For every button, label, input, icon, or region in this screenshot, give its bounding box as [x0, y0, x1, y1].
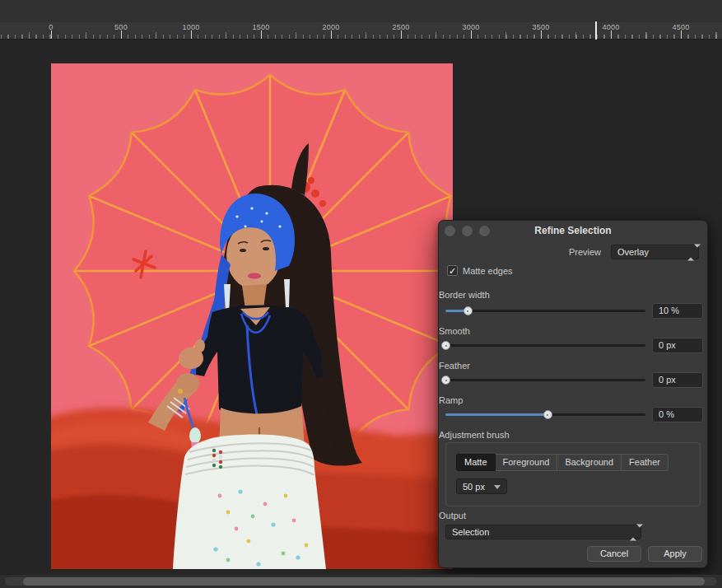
- ruler-cursor-indicator: [595, 21, 597, 40]
- apply-button[interactable]: Apply: [648, 546, 702, 562]
- stepper-icon: [630, 528, 636, 537]
- output-label: Output: [439, 511, 466, 520]
- matte-edges-label: Matte edges: [463, 266, 513, 276]
- feather-slider[interactable]: [445, 376, 645, 385]
- horizontal-ruler: 050010001500200025003000350040004500: [0, 22, 722, 40]
- ruler-major-tick: [471, 30, 472, 39]
- ruler-major-tick: [51, 30, 52, 39]
- border-width-slider[interactable]: [445, 306, 645, 315]
- ruler-mid-ticks: [0, 32, 722, 39]
- slider-thumb[interactable]: [441, 341, 450, 350]
- ramp-value[interactable]: 0 %: [652, 407, 703, 422]
- ruler-major-tick: [681, 30, 682, 39]
- slider-track[interactable]: [445, 344, 645, 347]
- slider-track[interactable]: [445, 310, 645, 312]
- brush-mode-background[interactable]: Background: [557, 454, 622, 471]
- ruler-tick-label: 1500: [252, 23, 269, 31]
- app-window: 050010001500200025003000350040004500: [0, 0, 722, 588]
- feather-value[interactable]: 0 px: [652, 372, 703, 388]
- adjustment-brush-group: Matte Foreground Background Feather 50 p…: [445, 442, 701, 506]
- matte-edges-checkbox[interactable]: ✓: [447, 265, 458, 276]
- ruler-major-tick: [261, 30, 262, 39]
- brush-mode-feather[interactable]: Feather: [621, 454, 668, 471]
- output-dropdown-value: Selection: [452, 525, 489, 539]
- slider-track[interactable]: [445, 379, 645, 381]
- output-dropdown[interactable]: Selection: [445, 525, 641, 539]
- preview-dropdown[interactable]: Overlay: [611, 245, 699, 259]
- stepper-icon: [687, 248, 694, 257]
- ramp-label: Ramp: [439, 395, 463, 405]
- feather-label: Feather: [439, 361, 470, 371]
- ruler-major-tick: [121, 30, 122, 39]
- horizontal-scrollbar-thumb[interactable]: [23, 577, 705, 586]
- ruler-tick-label: 4500: [672, 23, 689, 31]
- ruler-tick-label: 500: [114, 23, 128, 31]
- ruler-major-tick: [401, 30, 402, 39]
- horizontal-scrollbar-area: [0, 574, 722, 588]
- ruler-tick-label: 0: [49, 23, 53, 31]
- horizontal-scrollbar-track[interactable]: [5, 577, 717, 586]
- slider-thumb[interactable]: [463, 306, 473, 315]
- ruler-tick-label: 3500: [532, 23, 549, 31]
- ruler-major-tick: [541, 30, 542, 39]
- border-width-label: Border width: [439, 290, 490, 300]
- cancel-button[interactable]: Cancel: [587, 546, 641, 562]
- smooth-value[interactable]: 0 px: [652, 338, 703, 353]
- ruler-major-tick: [191, 30, 192, 39]
- chevron-down-icon: [494, 485, 501, 489]
- preview-dropdown-value: Overlay: [617, 245, 649, 259]
- ruler-major-tick: [331, 30, 332, 39]
- brush-size-value: 50 px: [463, 479, 485, 494]
- ruler-tick-label: 1000: [182, 23, 199, 31]
- preview-label: Preview: [521, 247, 601, 257]
- smooth-slider[interactable]: [445, 341, 645, 350]
- refine-selection-dialog: Refine Selection Preview Overlay ✓ Matte…: [438, 220, 708, 568]
- ramp-slider[interactable]: [445, 410, 645, 419]
- ruler-major-tick: [611, 30, 612, 39]
- slider-thumb[interactable]: [441, 376, 450, 385]
- brush-mode-matte[interactable]: Matte: [456, 454, 496, 471]
- smooth-label: Smooth: [439, 326, 470, 336]
- ruler-tick-label: 4000: [602, 23, 619, 31]
- brush-size-dropdown[interactable]: 50 px: [456, 478, 507, 494]
- slider-thumb[interactable]: [543, 410, 552, 419]
- ruler-tick-label: 3000: [462, 23, 479, 31]
- slider-fill: [445, 413, 547, 416]
- adjustment-brush-label: Adjustment brush: [439, 430, 510, 440]
- dialog-title: Refine Selection: [439, 225, 707, 236]
- ruler-tick-label: 2000: [322, 23, 339, 31]
- canvas-image[interactable]: [51, 63, 453, 569]
- ruler-tick-label: 2500: [392, 23, 409, 31]
- border-width-value[interactable]: 10 %: [652, 303, 703, 319]
- brush-mode-foreground[interactable]: Foreground: [495, 454, 558, 471]
- toolbar-strip: [0, 0, 722, 22]
- brush-mode-segmented-control: Matte Foreground Background Feather: [456, 454, 668, 471]
